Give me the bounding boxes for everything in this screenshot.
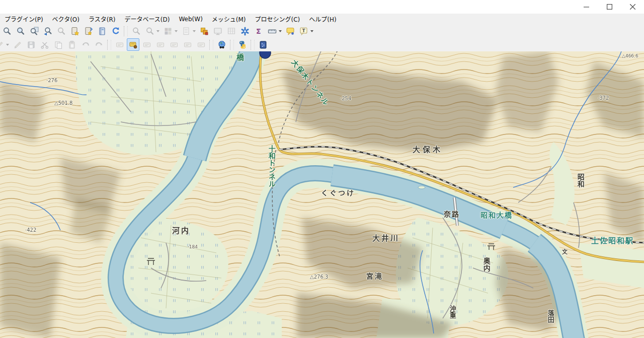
change-label-icon[interactable] bbox=[181, 38, 194, 51]
map-label-17: 宮滝 bbox=[366, 273, 383, 280]
map-label-22: ·422 bbox=[25, 228, 36, 233]
close-button[interactable] bbox=[621, 0, 644, 14]
measure-icon[interactable] bbox=[266, 25, 278, 37]
zoom-to-selection-icon[interactable] bbox=[14, 25, 27, 37]
toolbar-attributes: ΣT bbox=[0, 24, 644, 38]
map-label-13: 奈路 bbox=[444, 211, 460, 218]
measure-dropdown[interactable] bbox=[279, 30, 282, 32]
map-label-7: 十和トンネル bbox=[268, 145, 275, 187]
move-label-icon[interactable] bbox=[154, 38, 167, 51]
menu-item-7[interactable]: ヘルプ(H) bbox=[304, 14, 341, 24]
undo-icon[interactable] bbox=[79, 38, 92, 51]
map-label-23: 文 bbox=[562, 249, 568, 255]
window-titlebar bbox=[0, 0, 644, 14]
zoom-full-icon[interactable] bbox=[1, 25, 13, 37]
open-attribute-table-icon[interactable] bbox=[180, 25, 192, 37]
map-canvas[interactable]: 橋大保木トンネル·254·276△501.8·372△466.6十和トンネル大保… bbox=[0, 51, 644, 338]
map-label-2: ·254 bbox=[340, 96, 351, 102]
menu-item-4[interactable]: Web(W) bbox=[174, 15, 207, 24]
map-label-21: ·184 bbox=[188, 245, 198, 249]
zoom-next-icon[interactable] bbox=[55, 25, 67, 37]
rotate-label-icon[interactable] bbox=[168, 38, 180, 51]
show-spatial-bookmarks-icon[interactable] bbox=[82, 25, 95, 37]
new-spatial-bookmark-icon[interactable] bbox=[68, 25, 81, 37]
toggle-editing-icon[interactable] bbox=[11, 38, 24, 51]
map-label-19: 沖重 bbox=[449, 305, 456, 318]
paste-features-icon[interactable] bbox=[65, 38, 78, 51]
map-label-0: 橋 bbox=[236, 54, 244, 62]
map-label-20: 落田 bbox=[547, 310, 554, 323]
window-controls bbox=[575, 0, 644, 14]
minimize-icon bbox=[584, 4, 589, 10]
maximize-icon bbox=[607, 4, 612, 10]
quickmapservices-icon[interactable] bbox=[215, 38, 228, 51]
map-label-8: 大保木 bbox=[413, 146, 443, 154]
toolbar-separator bbox=[251, 40, 255, 50]
minimize-button[interactable] bbox=[575, 0, 598, 14]
qgis-window: プラグイン(P)ベクタ(O)ラスタ(R)データベース(D)Web(W)メッシュ(… bbox=[0, 0, 644, 338]
redo-icon[interactable] bbox=[93, 38, 105, 51]
highlight-pinned-labels-icon[interactable] bbox=[113, 38, 126, 51]
plugin-book-icon[interactable] bbox=[257, 38, 269, 51]
menu-item-0[interactable]: プラグイン(P) bbox=[0, 14, 48, 24]
map-label-4: △501.8 bbox=[54, 101, 72, 106]
text-annotation-dropdown[interactable] bbox=[310, 30, 313, 32]
deselect-features-icon[interactable] bbox=[162, 25, 174, 37]
menu-item-2[interactable]: ラスタ(R) bbox=[84, 14, 120, 24]
map-label-9: 昭和 bbox=[577, 173, 584, 187]
select-features-dropdown[interactable] bbox=[156, 30, 159, 32]
bookmark-manager-icon[interactable] bbox=[96, 25, 108, 37]
map-label-18: △276.3 bbox=[310, 275, 328, 280]
deselect-features-dropdown[interactable] bbox=[175, 30, 178, 32]
map-label-3: ·276 bbox=[46, 78, 57, 84]
menu-item-6[interactable]: プロセシング(C) bbox=[251, 14, 305, 24]
map-label-12: 大井川 bbox=[372, 235, 399, 243]
layer-styling-icon[interactable] bbox=[198, 25, 210, 37]
toolbar-digitizing-plugins bbox=[0, 38, 644, 52]
pin-unpin-labels-icon[interactable] bbox=[127, 38, 139, 51]
menu-item-3[interactable]: データベース(D) bbox=[120, 14, 174, 24]
curved-label-icon[interactable] bbox=[195, 38, 207, 51]
new-map-view-icon[interactable] bbox=[211, 25, 224, 37]
close-icon bbox=[630, 4, 635, 10]
map-tips-icon[interactable] bbox=[284, 25, 296, 37]
menu-bar: プラグイン(P)ベクタ(O)ラスタ(R)データベース(D)Web(W)メッシュ(… bbox=[0, 14, 644, 25]
toolbar-separator bbox=[230, 40, 234, 50]
current-edits-dropdown[interactable] bbox=[6, 44, 9, 46]
current-edits-icon[interactable] bbox=[0, 38, 6, 51]
toolbar-separator bbox=[124, 26, 128, 36]
map-label-15: 土佐昭和駅 bbox=[591, 237, 634, 245]
refresh-icon[interactable] bbox=[109, 25, 122, 37]
menu-item-1[interactable]: ベクタ(O) bbox=[48, 14, 84, 24]
svg-text:Σ: Σ bbox=[256, 27, 261, 35]
toolbar-separator bbox=[209, 40, 213, 50]
copy-features-icon[interactable] bbox=[52, 38, 64, 51]
attribute-grid-icon[interactable] bbox=[225, 25, 237, 37]
toolbar-separator bbox=[107, 40, 111, 50]
text-annotation-icon[interactable]: T bbox=[297, 25, 310, 37]
zoom-to-layer-icon[interactable] bbox=[28, 25, 40, 37]
cut-features-icon[interactable] bbox=[38, 38, 51, 51]
show-hide-labels-icon[interactable] bbox=[140, 38, 153, 51]
menu-item-5[interactable]: メッシュ(M) bbox=[207, 14, 251, 24]
save-layer-edits-icon[interactable] bbox=[25, 38, 37, 51]
map-label-14: 昭和大橋 bbox=[480, 212, 513, 219]
open-attribute-table-dropdown[interactable] bbox=[193, 30, 196, 32]
map-label-11: 河内 bbox=[172, 227, 190, 235]
map-label-16: 奥内 bbox=[482, 257, 490, 272]
map-label-6: △466.6 bbox=[622, 54, 638, 58]
map-label-10: くぐつけ bbox=[321, 189, 355, 197]
processing-toolbox-icon[interactable] bbox=[238, 25, 251, 37]
python-console-icon[interactable] bbox=[236, 38, 249, 51]
map-label-5: ·372 bbox=[598, 96, 609, 101]
select-features-icon[interactable] bbox=[143, 25, 156, 37]
zoom-last-icon[interactable] bbox=[41, 25, 54, 37]
identify-features-icon[interactable] bbox=[130, 25, 142, 37]
statistical-summary-icon[interactable]: Σ bbox=[252, 25, 265, 37]
svg-text:T: T bbox=[302, 28, 305, 33]
maximize-button[interactable] bbox=[598, 0, 621, 14]
